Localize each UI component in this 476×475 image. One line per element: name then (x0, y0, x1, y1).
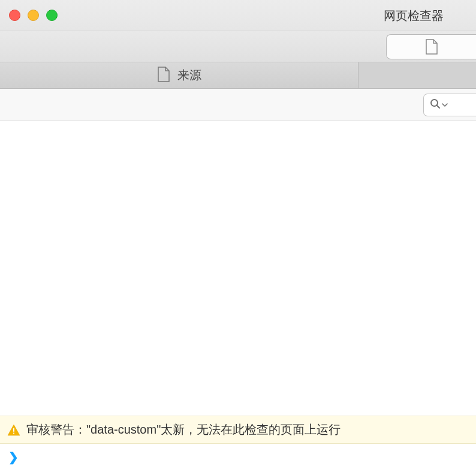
chevron-down-icon (442, 100, 448, 110)
tab-sources[interactable]: 来源 (0, 62, 358, 88)
search-input[interactable] (423, 94, 476, 116)
prompt-caret-icon: ❯ (8, 450, 19, 464)
console-prompt-row[interactable]: ❯ (0, 444, 476, 475)
minimize-window-button[interactable] (28, 10, 39, 21)
secondary-toolbar (0, 31, 476, 62)
document-icon (157, 67, 170, 85)
console-area: 审核警告："data-custom"太新，无法在此检查的页面上运行 ❯ (0, 121, 476, 475)
search-icon (430, 98, 441, 112)
warning-text: 审核警告："data-custom"太新，无法在此检查的页面上运行 (26, 422, 341, 438)
traffic-lights (9, 10, 58, 21)
svg-rect-3 (13, 432, 14, 434)
svg-line-1 (437, 105, 440, 108)
close-window-button[interactable] (9, 10, 20, 21)
tab-label: 来源 (177, 67, 201, 83)
tabs-bar: 来源 (0, 62, 476, 89)
maximize-window-button[interactable] (46, 10, 58, 21)
document-icon (425, 39, 438, 55)
console-warning-row[interactable]: 审核警告："data-custom"太新，无法在此检查的页面上运行 (0, 416, 476, 444)
document-tab-pill[interactable] (386, 34, 476, 59)
svg-rect-2 (13, 428, 14, 432)
console-output-empty (0, 121, 476, 416)
tab-empty-area (358, 62, 476, 88)
window-titlebar: 网页检查器 (0, 0, 476, 31)
warning-icon (7, 423, 20, 437)
filter-bar (0, 89, 476, 121)
window-title: 网页检查器 (384, 8, 444, 24)
